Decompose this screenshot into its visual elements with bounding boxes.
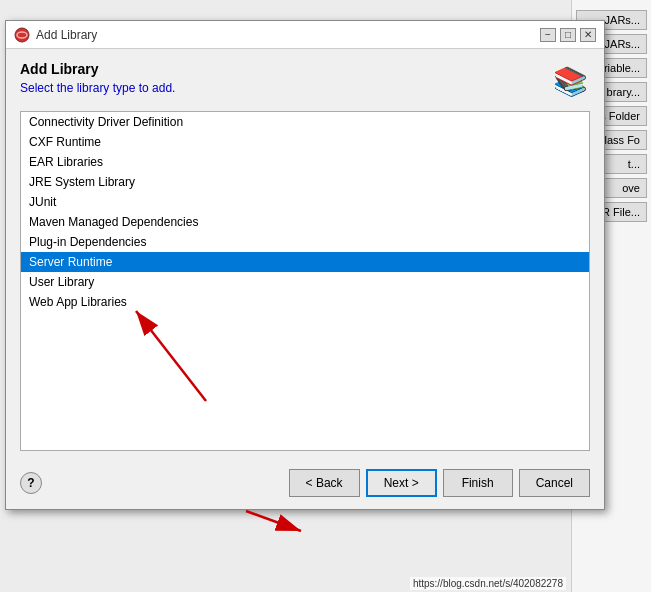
list-item[interactable]: CXF Runtime	[21, 132, 589, 152]
dialog-title-bar: Add Library − □ ✕	[6, 21, 604, 49]
dialog-icon	[14, 27, 30, 43]
list-item[interactable]: JUnit	[21, 192, 589, 212]
finish-button[interactable]: Finish	[443, 469, 513, 497]
help-button[interactable]: ?	[20, 472, 42, 494]
list-item[interactable]: Plug-in Dependencies	[21, 232, 589, 252]
url-hint: https://blog.csdn.net/s/402082278	[410, 577, 566, 590]
list-item[interactable]: Server Runtime	[21, 252, 589, 272]
list-item[interactable]: JRE System Library	[21, 172, 589, 192]
header-title: Add Library	[20, 61, 175, 77]
library-icon: 📚	[550, 61, 590, 101]
library-type-list[interactable]: Connectivity Driver DefinitionCXF Runtim…	[20, 111, 590, 451]
dialog-title-text: Add Library	[36, 28, 97, 42]
add-library-dialog: Add Library − □ ✕ Add Library Select the…	[5, 20, 605, 510]
cancel-button[interactable]: Cancel	[519, 469, 590, 497]
list-item[interactable]: Connectivity Driver Definition	[21, 112, 589, 132]
title-bar-left: Add Library	[14, 27, 97, 43]
title-bar-controls: − □ ✕	[540, 28, 596, 42]
minimize-button[interactable]: −	[540, 28, 556, 42]
close-button[interactable]: ✕	[580, 28, 596, 42]
dialog-header: Add Library Select the library type to a…	[6, 49, 604, 111]
list-item[interactable]: User Library	[21, 272, 589, 292]
nav-buttons: < Back Next > Finish Cancel	[289, 469, 590, 497]
next-button[interactable]: Next >	[366, 469, 437, 497]
dialog-button-row: ? < Back Next > Finish Cancel	[6, 461, 604, 509]
maximize-button[interactable]: □	[560, 28, 576, 42]
list-item[interactable]: EAR Libraries	[21, 152, 589, 172]
list-item[interactable]: Web App Libraries	[21, 292, 589, 312]
header-subtitle: Select the library type to add.	[20, 81, 175, 95]
list-item[interactable]: Maven Managed Dependencies	[21, 212, 589, 232]
header-text: Add Library Select the library type to a…	[20, 61, 175, 95]
back-button[interactable]: < Back	[289, 469, 360, 497]
